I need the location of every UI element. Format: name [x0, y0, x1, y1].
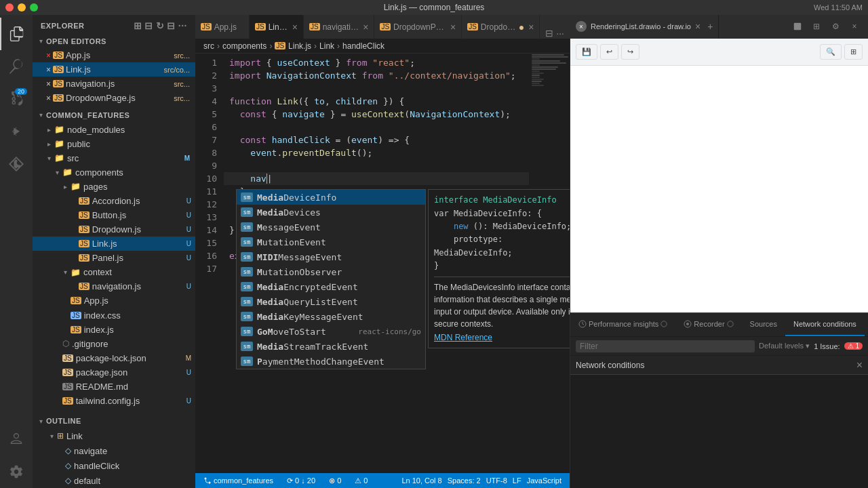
- tab-linkjs[interactable]: JS Link.js ×: [250, 15, 304, 39]
- open-editor-linkjs[interactable]: × JS Link.js src/co...: [33, 62, 195, 77]
- open-editor-navjs[interactable]: × JS navigation.js src...: [33, 77, 195, 91]
- ac-item-mediaencryptedevent[interactable]: sm MediaEncryptedEvent: [237, 279, 425, 294]
- close-file-icon2[interactable]: ×: [46, 65, 51, 75]
- dt-settings-icon[interactable]: ⚙: [827, 18, 844, 35]
- accordion-file[interactable]: ▸ JS Accordion.js U: [33, 194, 195, 208]
- readme-file[interactable]: ▸ JS README.md: [33, 380, 195, 394]
- tab-dropdownjs-close[interactable]: ×: [528, 22, 534, 33]
- dt-tab-more[interactable]: »: [865, 313, 868, 336]
- status-position[interactable]: Ln 10, Col 8: [399, 476, 444, 485]
- close-button[interactable]: [5, 3, 14, 12]
- activity-search[interactable]: [0, 50, 33, 83]
- outline-default[interactable]: ▸ ◇ default: [33, 473, 195, 488]
- bc-components[interactable]: components: [222, 41, 267, 51]
- indexjs-file[interactable]: ▸ JS index.js: [33, 323, 195, 337]
- ac-item-paymentmethodchangeevent[interactable]: sm PaymentMethodChangeEvent: [237, 354, 425, 369]
- components-folder[interactable]: ▾ 📁 components: [33, 165, 195, 180]
- minimize-button[interactable]: [18, 3, 26, 12]
- bc-linkjs[interactable]: Link.js: [288, 41, 311, 51]
- tab-navjs-close[interactable]: ×: [363, 22, 368, 33]
- tab-navigationjs[interactable]: JS navigation.js ×: [304, 15, 374, 39]
- bc-link[interactable]: Link: [319, 41, 334, 51]
- activity-settings[interactable]: [0, 455, 33, 488]
- network-conditions-close-icon[interactable]: ×: [856, 359, 863, 371]
- ac-item-messageevent[interactable]: sm MessageEvent: [237, 220, 425, 235]
- new-tab-icon[interactable]: +: [707, 21, 713, 32]
- ac-item-mediaquerylistevent[interactable]: sm MediaQueryListEvent: [237, 294, 425, 309]
- outline-handleclick[interactable]: ▸ ◇ handleClick: [33, 458, 195, 473]
- ac-item-mediastreamtrackevent[interactable]: sm MediaStreamTrackEvent: [237, 339, 425, 354]
- drawio-fit-btn[interactable]: ⊞: [844, 44, 863, 60]
- status-language[interactable]: JavaScript: [524, 476, 564, 485]
- status-encoding[interactable]: UTF-8: [484, 476, 510, 485]
- bc-handleclick[interactable]: handleClick: [342, 41, 384, 51]
- context-folder[interactable]: ▾ 📁 context: [33, 265, 195, 279]
- outline-navigate[interactable]: ▸ ◇ navigate: [33, 443, 195, 458]
- dt-tab-sources[interactable]: Sources: [742, 313, 785, 336]
- open-editors-section[interactable]: ▾ OPEN EDITORS: [33, 34, 195, 48]
- activity-extensions[interactable]: [0, 148, 33, 180]
- devtools-filter-input[interactable]: [576, 340, 755, 352]
- ac-item-mutationobserver[interactable]: sm MutationObserver: [237, 264, 425, 279]
- drawio-tab-close[interactable]: ×: [695, 21, 701, 32]
- drawio-close-icon[interactable]: ×: [576, 21, 587, 32]
- tab-dropdownpagejs-close[interactable]: ×: [450, 22, 456, 33]
- navigation-file[interactable]: ▸ JS navigation.js U: [33, 279, 195, 293]
- drawio-canvas[interactable]: [570, 66, 868, 312]
- activity-account[interactable]: [0, 423, 33, 455]
- ac-item-midimessageevent[interactable]: sm MIDIMessageEvent: [237, 249, 425, 264]
- tailwind-file[interactable]: ▸ JS tailwind.config.js U: [33, 394, 195, 408]
- common-features-root[interactable]: ▾ COMMON_FEATURES: [33, 108, 195, 122]
- dt-zoom-out-icon[interactable]: [789, 18, 806, 35]
- refresh-icon[interactable]: ↻: [156, 20, 165, 31]
- ac-item-gomovetostart[interactable]: sm GoMoveToStart react-icons/go: [237, 324, 425, 339]
- src-folder[interactable]: ▾ 📁 src M: [33, 151, 195, 165]
- public-folder[interactable]: ▸ 📁 public: [33, 137, 195, 151]
- explorer-more-icon[interactable]: ···: [178, 20, 187, 31]
- tab-dropdownpagejs[interactable]: JS DropdownPage.js ×: [374, 15, 462, 39]
- collapse-all-icon[interactable]: ⊟: [167, 20, 176, 31]
- appjs-file[interactable]: ▸ JS App.js: [33, 293, 195, 308]
- outline-link[interactable]: ▾ ⊞ Link: [33, 428, 195, 443]
- activity-explorer[interactable]: [0, 18, 33, 50]
- tab-linkjs-close[interactable]: ×: [292, 22, 298, 33]
- indexcss-file[interactable]: ▸ JS index.css: [33, 308, 195, 322]
- outline-header[interactable]: ▾ OUTLINE: [33, 413, 195, 428]
- drawio-tab[interactable]: × RenderingList.drawio - draw.io × +: [570, 15, 719, 39]
- ac-item-mutationevent[interactable]: sm MutationEvent: [237, 235, 425, 249]
- open-editor-appjs[interactable]: × JS App.js src...: [33, 48, 195, 62]
- dt-tab-network[interactable]: Network conditions: [785, 313, 865, 336]
- dropdown-file[interactable]: ▸ JS Dropdown.js U: [33, 222, 195, 237]
- dt-tab-recorder[interactable]: Recorder: [675, 313, 741, 336]
- more-actions-icon[interactable]: ···: [556, 28, 564, 39]
- drawio-save-btn[interactable]: 💾: [576, 44, 597, 60]
- status-spaces[interactable]: Spaces: 2: [445, 476, 484, 485]
- drawio-undo-btn[interactable]: ↩: [600, 44, 618, 60]
- status-warnings[interactable]: ⚠ 0: [352, 476, 370, 485]
- activity-run[interactable]: [0, 115, 33, 148]
- button-file[interactable]: ▸ JS Button.js U: [33, 208, 195, 222]
- tab-appjs[interactable]: JS App.js: [195, 15, 250, 39]
- open-editor-dropdownpagejs[interactable]: × JS DropdownPage.js src...: [33, 91, 195, 105]
- ac-item-mediadeviceinfo[interactable]: sm MediaDeviceInfo: [237, 190, 425, 205]
- panel-file[interactable]: ▸ JS Panel.js U: [33, 251, 195, 265]
- status-line-ending[interactable]: LF: [510, 476, 524, 485]
- tooltip-mdn-link[interactable]: MDN Reference: [434, 333, 492, 342]
- drawio-redo-btn[interactable]: ↪: [621, 44, 639, 60]
- link-file[interactable]: ▸ JS Link.js U: [33, 237, 195, 251]
- dt-close-panel-icon[interactable]: ×: [846, 18, 863, 35]
- node-modules-folder[interactable]: ▸ 📁 node_modules: [33, 122, 195, 136]
- close-file-icon3[interactable]: ×: [46, 79, 51, 89]
- pages-folder[interactable]: ▸ 📁 pages: [33, 180, 195, 194]
- package-lock-file[interactable]: ▸ JS package-lock.json M: [33, 351, 195, 365]
- tab-dropdownjs[interactable]: JS Dropdown.js ● ×: [462, 15, 540, 39]
- bc-src[interactable]: src: [203, 41, 214, 51]
- ac-item-mediadevices[interactable]: sm MediaDevices: [237, 205, 425, 220]
- dt-restore-icon[interactable]: ⊞: [808, 18, 825, 35]
- dt-tab-performance[interactable]: Performance insights: [570, 313, 675, 336]
- new-folder-icon[interactable]: ⊟: [144, 20, 153, 31]
- ac-item-mediakeymessageevent[interactable]: sm MediaKeyMessageEvent: [237, 309, 425, 324]
- maximize-button[interactable]: [30, 3, 38, 12]
- gitignore-file[interactable]: ▸ ⬡ .gitignore: [33, 337, 195, 351]
- close-file-icon[interactable]: ×: [46, 51, 51, 60]
